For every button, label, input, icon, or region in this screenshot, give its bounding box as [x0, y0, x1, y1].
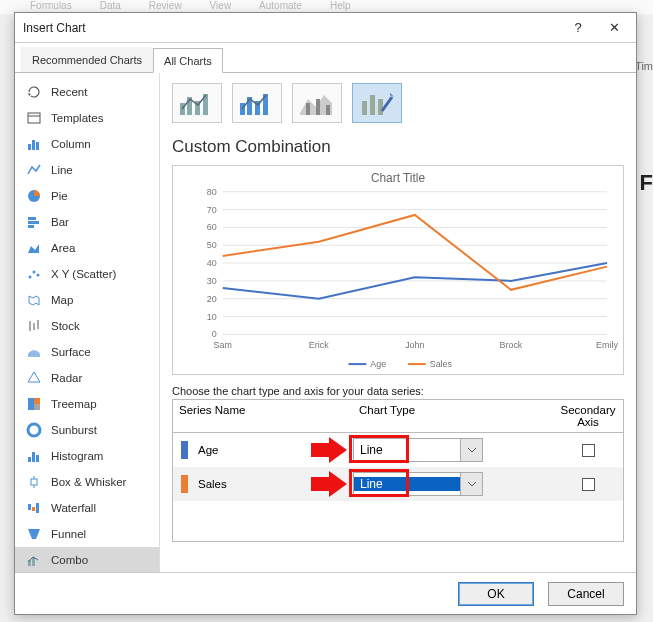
svg-text:40: 40 — [207, 258, 217, 268]
dialog-footer: OK Cancel — [15, 572, 636, 614]
sidebar-item-waterfall[interactable]: Waterfall — [15, 495, 159, 521]
chart-preview: Chart Title01020304050607080SamErickJohn… — [172, 165, 624, 375]
sidebar-item-histogram[interactable]: Histogram — [15, 443, 159, 469]
sidebar-item-surface[interactable]: Surface — [15, 339, 159, 365]
surface-icon — [25, 344, 43, 360]
series-grid: Series Name Chart Type Secondary Axis Ag… — [172, 399, 624, 542]
svg-rect-2 — [28, 144, 31, 150]
svg-text:Erick: Erick — [309, 340, 329, 350]
sidebar-item-line[interactable]: Line — [15, 157, 159, 183]
sidebar-item-bar[interactable]: Bar — [15, 209, 159, 235]
svg-rect-23 — [36, 455, 39, 462]
svg-text:50: 50 — [207, 240, 217, 250]
svg-text:80: 80 — [207, 187, 217, 197]
svg-text:10: 10 — [207, 312, 217, 322]
chart-type-value: Line — [354, 477, 460, 491]
radar-icon — [25, 370, 43, 386]
col-secondary-axis: Secondary Axis — [553, 400, 623, 432]
sidebar-item-sunburst[interactable]: Sunburst — [15, 417, 159, 443]
treemap-icon — [25, 396, 43, 412]
svg-text:20: 20 — [207, 294, 217, 304]
tab-all-charts[interactable]: All Charts — [153, 48, 223, 73]
svg-rect-17 — [28, 398, 34, 410]
sidebar-item-stock[interactable]: Stock — [15, 313, 159, 339]
cancel-button[interactable]: Cancel — [548, 582, 624, 606]
col-series-name: Series Name — [173, 400, 353, 432]
recent-icon — [25, 84, 43, 100]
sidebar-item-radar[interactable]: Radar — [15, 365, 159, 391]
help-button[interactable]: ? — [560, 13, 596, 42]
dialog-titlebar: Insert Chart ? ✕ — [15, 13, 636, 43]
svg-rect-21 — [28, 457, 31, 462]
ok-button[interactable]: OK — [458, 582, 534, 606]
series-name-label: Age — [198, 444, 218, 456]
svg-rect-24 — [31, 479, 37, 485]
insert-chart-dialog: Insert Chart ? ✕ Recommended Charts All … — [14, 12, 637, 615]
sidebar-item-recent[interactable]: Recent — [15, 79, 159, 105]
stock-icon — [25, 318, 43, 334]
svg-rect-7 — [28, 221, 39, 224]
map-icon — [25, 292, 43, 308]
svg-text:Sales: Sales — [430, 359, 453, 369]
subtype-clustered-column-line-secondary[interactable] — [232, 83, 282, 123]
svg-text:John: John — [405, 340, 424, 350]
subtype-stacked-area-column[interactable] — [292, 83, 342, 123]
sidebar-item-templates[interactable]: Templates — [15, 105, 159, 131]
histogram-icon — [25, 448, 43, 464]
series-swatch — [181, 475, 188, 493]
secondary-axis-checkbox-sales[interactable] — [582, 478, 595, 491]
chevron-down-icon — [460, 473, 482, 495]
sidebar-item-area[interactable]: Area — [15, 235, 159, 261]
secondary-axis-checkbox-age[interactable] — [582, 444, 595, 457]
sunburst-icon — [25, 422, 43, 438]
svg-point-10 — [29, 276, 32, 279]
line-icon — [25, 162, 43, 178]
svg-rect-44 — [326, 105, 330, 115]
pie-icon — [25, 188, 43, 204]
tab-recommended-charts[interactable]: Recommended Charts — [21, 47, 153, 72]
col-chart-type: Chart Type — [353, 400, 553, 432]
chart-type-dropdown-age[interactable]: Line — [353, 438, 483, 462]
chevron-down-icon — [460, 439, 482, 461]
svg-rect-27 — [28, 504, 31, 510]
funnel-icon — [25, 526, 43, 542]
sidebar-item-map[interactable]: Map — [15, 287, 159, 313]
close-button[interactable]: ✕ — [596, 13, 632, 42]
svg-rect-47 — [378, 99, 383, 115]
svg-point-20 — [28, 424, 40, 436]
section-heading: Custom Combination — [172, 137, 624, 157]
svg-rect-8 — [28, 225, 34, 228]
series-instruction: Choose the chart type and axis for your … — [172, 385, 624, 397]
sidebar-item-column[interactable]: Column — [15, 131, 159, 157]
svg-rect-29 — [36, 503, 39, 513]
sidebar-item-treemap[interactable]: Treemap — [15, 391, 159, 417]
sidebar-item-x-y-scatter-[interactable]: X Y (Scatter) — [15, 261, 159, 287]
subtype-clustered-column-line[interactable] — [172, 83, 222, 123]
sidebar-item-funnel[interactable]: Funnel — [15, 521, 159, 547]
svg-rect-28 — [32, 507, 35, 511]
background-fragment: F — [640, 170, 653, 196]
subtype-custom-combination[interactable] — [352, 83, 402, 123]
series-name-label: Sales — [198, 478, 227, 490]
sidebar-item-box-whisker[interactable]: Box & Whisker — [15, 469, 159, 495]
chart-type-sidebar: RecentTemplatesColumnLinePieBarAreaX Y (… — [15, 73, 160, 572]
svg-text:Emily: Emily — [596, 340, 618, 350]
svg-rect-43 — [316, 99, 320, 115]
dialog-title: Insert Chart — [23, 21, 560, 35]
svg-point-12 — [37, 274, 40, 277]
svg-text:Brock: Brock — [500, 340, 523, 350]
chart-type-value: Line — [354, 443, 460, 457]
box-whisker-icon — [25, 474, 43, 490]
svg-text:Age: Age — [370, 359, 386, 369]
svg-text:60: 60 — [207, 222, 217, 232]
sidebar-item-pie[interactable]: Pie — [15, 183, 159, 209]
svg-rect-0 — [28, 113, 40, 123]
chart-type-dropdown-sales[interactable]: Line — [353, 472, 483, 496]
bar-icon — [25, 214, 43, 230]
svg-rect-18 — [34, 398, 40, 404]
svg-text:70: 70 — [207, 205, 217, 215]
sidebar-item-combo[interactable]: Combo — [15, 547, 159, 572]
combo-icon — [25, 552, 43, 568]
svg-point-11 — [33, 271, 36, 274]
x-y-scatter--icon — [25, 266, 43, 282]
